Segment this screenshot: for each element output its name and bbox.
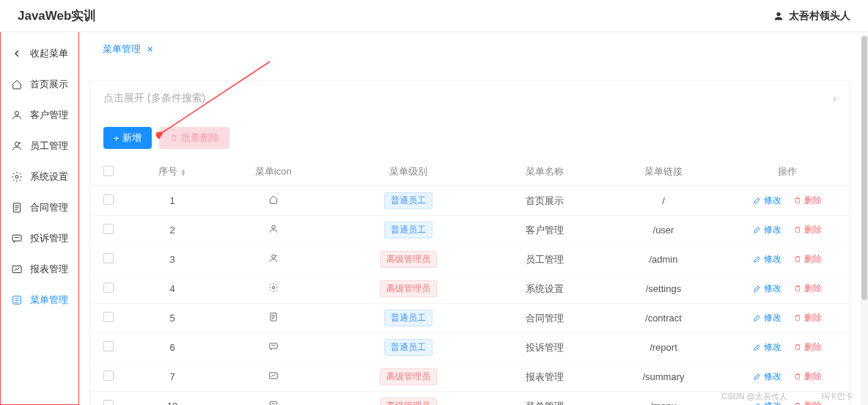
sidebar-item-contract[interactable]: 合同管理	[4, 192, 76, 223]
table-row: 5 普通员工 合同管理 /contract 修改 删除	[90, 304, 850, 333]
sidebar-item-report[interactable]: 报表管理	[4, 254, 76, 285]
scrollbar[interactable]	[861, 35, 868, 405]
level-tag: 普通员工	[384, 192, 433, 209]
sidebar-item-label: 报表管理	[30, 263, 68, 276]
edit-button[interactable]: 修改	[753, 282, 781, 295]
cell-seq: 4	[127, 274, 218, 304]
user-menu[interactable]: 太吾村领头人	[773, 10, 850, 23]
cell-link: /summary	[602, 362, 725, 392]
edit-button[interactable]: 修改	[753, 312, 781, 324]
select-all-checkbox[interactable]	[103, 166, 114, 176]
row-checkbox[interactable]	[103, 400, 114, 405]
table-row: 2 普通员工 客户管理 /user 修改 删除	[90, 216, 850, 245]
batch-delete-label: 批量删除	[181, 131, 219, 145]
row-checkbox[interactable]	[103, 194, 114, 205]
cell-actions: 修改 删除	[725, 186, 850, 216]
sidebar-item-settings[interactable]: 系统设置	[4, 161, 76, 192]
add-button[interactable]: + 新增	[103, 127, 152, 149]
edit-button[interactable]: 修改	[753, 194, 781, 207]
sort-icon: ▲▼	[180, 169, 186, 176]
delete-button[interactable]: 删除	[793, 282, 822, 295]
row-checkbox[interactable]	[103, 224, 114, 234]
edit-icon	[753, 225, 762, 234]
row-checkbox[interactable]	[103, 282, 114, 293]
row-checkbox[interactable]	[103, 253, 114, 263]
row-checkbox[interactable]	[103, 312, 114, 322]
cell-name: 员工管理	[488, 245, 602, 274]
sidebar-item-label: 员工管理	[30, 139, 68, 153]
delete-button[interactable]: 删除	[793, 253, 822, 266]
cell-level: 普通员工	[328, 304, 487, 333]
sidebar-item-menu[interactable]: 菜单管理	[4, 285, 76, 315]
sidebar-item-home[interactable]: 首页展示	[4, 69, 76, 100]
cell-link: /admin	[602, 245, 725, 274]
delete-button[interactable]: 删除	[793, 371, 822, 383]
cell-link: /	[602, 186, 725, 216]
table-row: 7 高级管理员 报表管理 /summary 修改 删除	[90, 362, 850, 392]
edit-button[interactable]: 修改	[753, 253, 781, 266]
edit-icon	[753, 313, 762, 322]
edit-icon	[753, 343, 762, 351]
delete-button[interactable]: 删除	[793, 312, 822, 324]
chart-icon	[11, 263, 23, 275]
delete-button[interactable]: 删除	[793, 400, 822, 405]
delete-button[interactable]: 删除	[793, 341, 822, 354]
col-seq[interactable]: 序号▲▼	[127, 158, 218, 186]
cell-level: 高级管理员	[328, 245, 487, 274]
gear-icon	[268, 282, 279, 293]
cell-link: /report	[602, 333, 725, 362]
cell-seq: 2	[127, 216, 218, 245]
sidebar-item-label: 合同管理	[30, 201, 68, 214]
sidebar-item-staff[interactable]: 员工管理	[4, 131, 76, 161]
cell-link: /settings	[602, 274, 725, 304]
cell-icon	[218, 186, 328, 216]
home-icon	[268, 194, 279, 205]
row-checkbox[interactable]	[103, 371, 114, 381]
cell-link: /menu	[602, 392, 725, 406]
edit-button[interactable]: 修改	[753, 341, 781, 354]
delete-button[interactable]: 删除	[793, 194, 822, 207]
user-icon	[11, 109, 23, 121]
cell-name: 菜单管理	[488, 392, 602, 406]
delete-button[interactable]: 删除	[793, 224, 822, 236]
cell-actions: 修改 删除	[725, 216, 850, 245]
sidebar-item-label: 菜单管理	[30, 293, 68, 307]
cell-level: 高级管理员	[328, 392, 487, 406]
trash-icon	[793, 284, 802, 293]
close-icon[interactable]: ✕	[147, 45, 153, 54]
app-title: JavaWeb实训	[18, 7, 96, 24]
table-row: 1 普通员工 首页展示 / 修改 删除	[90, 186, 850, 216]
edit-icon	[753, 255, 762, 263]
search-placeholder: 点击展开 (多条件搜索)	[103, 92, 205, 105]
cell-level: 普通员工	[328, 186, 487, 216]
trash-icon	[793, 343, 802, 351]
sidebar-item-collapse[interactable]: 收起菜单	[4, 38, 76, 69]
edit-icon	[753, 196, 762, 205]
sidebar-item-complaint[interactable]: 投诉管理	[4, 223, 76, 254]
cell-actions: 修改 删除	[725, 245, 850, 274]
trash-icon	[169, 134, 178, 142]
search-expand-bar[interactable]: 点击展开 (多条件搜索) ›	[90, 81, 850, 115]
tab-label: 菜单管理	[103, 43, 141, 56]
level-tag: 高级管理员	[380, 368, 437, 385]
table-row: 4 高级管理员 系统设置 /settings 修改 删除	[90, 274, 850, 304]
row-checkbox[interactable]	[103, 341, 114, 351]
app-header: JavaWeb实训 太吾村领头人	[0, 0, 868, 32]
level-tag: 高级管理员	[380, 398, 437, 405]
menu-table: 序号▲▼ 菜单icon 菜单级别 菜单名称 菜单链接 操作 1 普通员工 首页展…	[90, 158, 850, 405]
tab-menu-management[interactable]: 菜单管理 ✕	[98, 40, 158, 59]
edit-button[interactable]: 修改	[753, 371, 781, 383]
batch-delete-button[interactable]: 批量删除	[159, 127, 229, 149]
trash-icon	[793, 401, 802, 405]
message-icon	[11, 233, 23, 244]
sidebar-item-customer[interactable]: 客户管理	[4, 100, 76, 131]
toolbar: + 新增 批量删除	[90, 115, 850, 158]
cell-icon	[218, 274, 328, 304]
sidebar-item-label: 首页展示	[30, 78, 68, 91]
cell-level: 普通员工	[328, 333, 487, 362]
cell-seq: 3	[127, 245, 218, 274]
menu-icon	[268, 400, 279, 405]
cell-icon	[218, 304, 328, 333]
edit-button[interactable]: 修改	[753, 224, 781, 236]
cell-icon	[218, 245, 328, 274]
